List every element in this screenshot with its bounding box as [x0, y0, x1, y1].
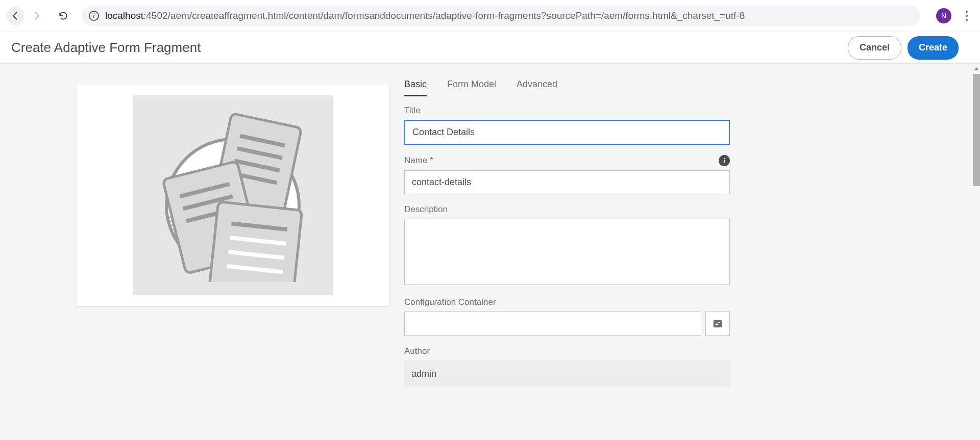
description-textarea[interactable] [404, 219, 730, 285]
description-label: Description [404, 204, 448, 215]
reload-button[interactable] [54, 7, 72, 25]
field-name: Name * i [404, 155, 730, 194]
content-area: Basic Form Model Advanced Title Name * i… [0, 64, 980, 440]
info-icon[interactable]: i [719, 155, 730, 166]
tab-basic[interactable]: Basic [404, 79, 427, 96]
config-container-label: Configuration Container [404, 297, 496, 307]
forward-button[interactable] [28, 7, 46, 25]
thumbnail-panel [77, 84, 389, 306]
tab-advanced[interactable]: Advanced [517, 79, 557, 96]
page-title: Create Adaptive Form Fragment [11, 40, 201, 56]
thumbnail-placeholder-icon [133, 95, 333, 295]
app-header: Create Adaptive Form Fragment Cancel Cre… [0, 32, 980, 64]
svg-marker-1 [974, 67, 979, 70]
create-button[interactable]: Create [908, 36, 959, 60]
field-author: Author [404, 346, 730, 387]
browser-toolbar: i localhost:4502/aem/createaffragment.ht… [0, 0, 980, 32]
site-info-icon[interactable]: i [89, 11, 99, 21]
svg-rect-19 [714, 320, 722, 328]
browser-menu-icon[interactable] [960, 8, 974, 24]
back-button[interactable] [6, 7, 24, 25]
name-input[interactable] [404, 170, 730, 194]
profile-avatar[interactable]: N [936, 8, 951, 23]
scrollbar-thumb[interactable] [973, 74, 980, 186]
author-label: Author [404, 346, 430, 356]
config-container-input[interactable] [404, 312, 701, 336]
tabs: Basic Form Model Advanced [404, 79, 730, 96]
thumbnail-card [77, 84, 389, 306]
name-label: Name * [404, 156, 433, 166]
form-panel: Basic Form Model Advanced Title Name * i… [404, 64, 730, 440]
bookmark-star-icon[interactable] [908, 11, 913, 20]
url-bar[interactable]: i localhost:4502/aem/createaffragment.ht… [82, 6, 920, 26]
author-input [404, 360, 730, 387]
field-description: Description [404, 204, 730, 287]
title-input[interactable] [404, 120, 730, 145]
field-title: Title [404, 106, 730, 145]
tab-form-model[interactable]: Form Model [447, 79, 496, 96]
svg-point-20 [718, 322, 720, 323]
scroll-up-arrow[interactable] [973, 65, 979, 71]
field-config-container: Configuration Container [404, 297, 730, 336]
cancel-button[interactable]: Cancel [848, 36, 901, 60]
url-text: localhost:4502/aem/createaffragment.html… [105, 10, 745, 21]
config-container-picker-button[interactable] [705, 312, 730, 336]
title-label: Title [404, 106, 421, 116]
